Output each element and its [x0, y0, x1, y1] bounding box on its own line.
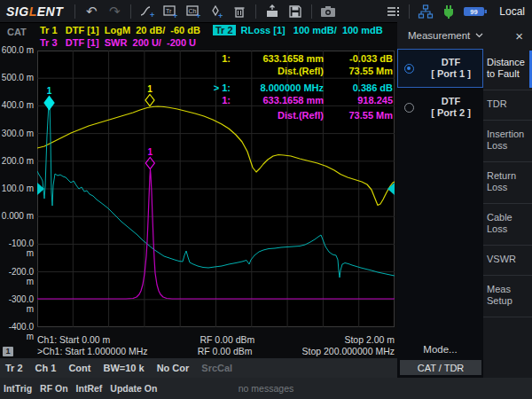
add-marker-icon[interactable]: +	[207, 3, 226, 20]
add-trace-window-icon[interactable]: Tr+	[160, 3, 180, 20]
trace2-info[interactable]: Tr 2RLoss [1] 100 mdB/ 100 mdB	[213, 25, 383, 35]
screenshot-icon[interactable]	[318, 3, 338, 20]
panel-title[interactable]: Measurement	[408, 30, 470, 41]
mode-button[interactable]: Mode...	[397, 340, 483, 360]
cat-tdr-button[interactable]: CAT / TDR	[400, 360, 481, 375]
y-axis-tick-label: -200.0 m	[0, 267, 34, 286]
axis-freq-rf: RF 0.00 dBm	[198, 346, 253, 356]
axis-dist-start: Ch1: Start 0.00 m	[37, 334, 110, 345]
trace1-label: Tr 1	[40, 25, 58, 35]
option-label: DTF[ Port 2 ]	[419, 96, 482, 119]
y-axis-tick-label: 300.0 m	[0, 129, 34, 138]
y-axis-tick-label: 200.0 m	[0, 156, 34, 166]
axis-freq-stop: Stop 200.000000 MHz	[301, 346, 395, 356]
lan-icon	[416, 3, 435, 20]
svg-text:+: +	[218, 12, 223, 20]
usb-icon	[439, 3, 458, 20]
menu-item-meas-setup[interactable]: Meas Setup	[483, 276, 532, 317]
menu-item-vswr[interactable]: VSWR	[483, 246, 532, 276]
trace2-active-badge: Tr 2	[213, 25, 236, 35]
siglent-logo: SIGLENT	[0, 4, 70, 19]
status-srccal: SrcCal	[201, 363, 232, 373]
menu-item-cable-loss[interactable]: Cable Loss	[483, 204, 532, 246]
y-axis-tick-label: 500.0 m	[0, 73, 34, 82]
trace3-info[interactable]: Tr 3 DTF [1] SWR 200 U/ -200 U	[40, 37, 196, 48]
status-active-trace: Tr 2	[5, 363, 23, 373]
axis-dist-rf: RF 0.00 dBm	[200, 334, 254, 345]
y-axis-tick-label: 100.0 m	[0, 184, 34, 193]
axis-row-frequency: >Ch1: Start 1.000000 MHz RF 0.00 dBm Sto…	[37, 346, 395, 356]
y-axis-tick-label: -100.0 m	[0, 239, 34, 258]
y-axis-tick-label: 0.000 m	[0, 211, 34, 221]
panel-options: DTF[ Port 1 ]DTF[ Port 2 ]Mode... CAT / …	[397, 49, 483, 378]
toolbar-separator	[255, 4, 256, 19]
radio-selected-icon	[404, 64, 414, 74]
message-area: no messages	[0, 383, 532, 394]
axis-freq-start: >Ch1: Start 1.000000 MHz	[37, 346, 148, 356]
status-channel: Ch 1	[35, 363, 57, 373]
toolbar-separator	[130, 4, 131, 19]
status-bandwidth: BW=10 k	[103, 363, 144, 373]
marker-1-tr3-label: 1	[148, 147, 153, 157]
battery-icon: 99	[462, 3, 489, 20]
radio-icon	[404, 103, 414, 113]
toolbar-separator	[311, 4, 312, 19]
option-label: DTF[ Port 1 ]	[419, 57, 482, 80]
toolbar-separator	[74, 4, 75, 19]
axis-row-distance: Ch1: Start 0.00 m RF 0.00 dBm Stop 2.00 …	[37, 334, 395, 345]
delete-icon[interactable]	[230, 3, 249, 20]
menu-item-tdr[interactable]: TDR	[483, 90, 532, 121]
svg-text:+: +	[173, 12, 177, 20]
panel-menu: Distance to FaultTDRInsertion LossReturn…	[483, 49, 532, 378]
bottom-status-bar: IntTrig RF On IntRef Update On no messag…	[0, 378, 532, 399]
channel-badge: 1	[3, 347, 13, 356]
vna-screen: SIGLENT ↶ ↷ + Tr+ Ch+ +	[0, 0, 532, 399]
svg-text:+: +	[196, 12, 200, 20]
axis-dist-stop: Stop 2.00 m	[344, 334, 395, 345]
option-dtf-port-2[interactable]: DTF[ Port 2 ]	[397, 88, 483, 127]
y-axis-tick-label: 400.0 m	[0, 100, 34, 110]
status-bar: Tr 2 Ch 1 Cont BW=10 k No Cor SrcCal	[0, 358, 397, 378]
toolbar-separator	[409, 4, 410, 19]
undo-icon[interactable]: ↶	[82, 3, 101, 20]
status-correction: No Cor	[157, 363, 190, 373]
y-axis-tick-label: -300.0 m	[0, 294, 34, 314]
toolbar: SIGLENT ↶ ↷ + Tr+ Ch+ +	[0, 0, 532, 23]
display-list-icon[interactable]	[383, 3, 403, 20]
close-icon[interactable]: ×	[515, 29, 523, 43]
menu-item-distance-to-fault[interactable]: Distance to Fault	[483, 49, 532, 90]
marker-1-tr2-label: 1	[47, 86, 52, 96]
svg-text:+: +	[150, 11, 154, 20]
menu-item-return-loss[interactable]: Return Loss	[483, 162, 532, 204]
save-icon[interactable]	[286, 3, 305, 20]
recall-icon[interactable]	[262, 3, 282, 20]
y-axis-tick-label: 600.0 m	[0, 45, 34, 55]
svg-text:Tr: Tr	[166, 8, 172, 14]
add-trace-icon[interactable]: +	[137, 3, 157, 20]
y-axis-labels: 600.0 m500.0 m400.0 m300.0 m200.0 m100.0…	[0, 51, 34, 327]
y-axis-tick-label: -400.0 m	[0, 322, 34, 341]
trace3-label: Tr 3	[40, 37, 58, 48]
chevron-down-icon[interactable]	[475, 33, 483, 38]
redo-icon[interactable]: ↷	[105, 3, 124, 20]
marker-1-tr1-label: 1	[147, 84, 153, 94]
menu-item-insertion-loss[interactable]: Insertion Loss	[483, 121, 532, 162]
add-channel-icon[interactable]: Ch+	[184, 3, 203, 20]
trace1-info[interactable]: Tr 1 DTF [1] LogM 20 dB/ -60 dB	[40, 25, 200, 35]
mode-cat-label: CAT	[7, 27, 27, 37]
option-dtf-port-1[interactable]: DTF[ Port 1 ]	[397, 49, 483, 88]
measurement-panel: Measurement × DTF[ Port 1 ]DTF[ Port 2 ]…	[397, 22, 532, 378]
plot-area[interactable]: 111	[37, 51, 395, 327]
panel-header: Measurement ×	[397, 22, 532, 49]
local-button[interactable]: Local	[499, 5, 525, 18]
status-sweep-mode: Cont	[68, 363, 90, 373]
svg-text:99: 99	[471, 8, 478, 16]
